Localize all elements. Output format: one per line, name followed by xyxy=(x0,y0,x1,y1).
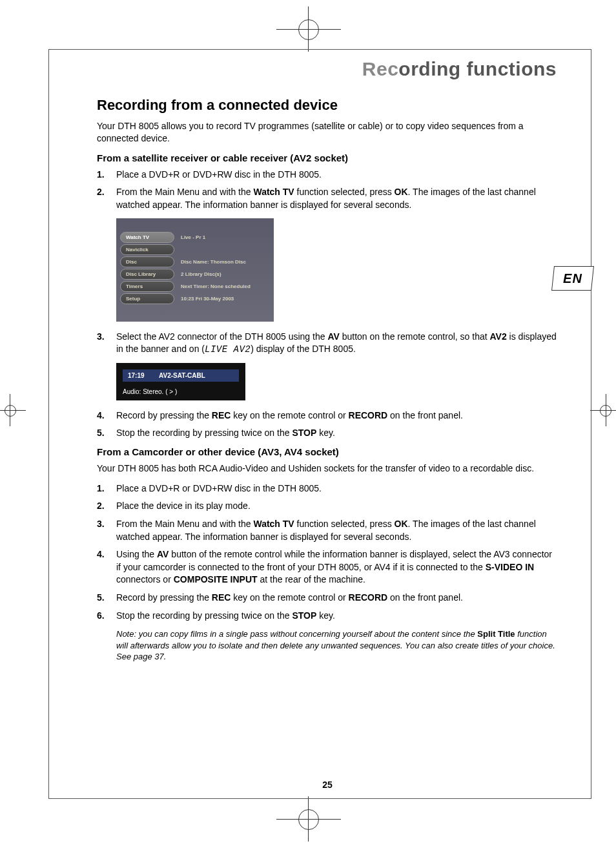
crop-mark-bottom xyxy=(296,807,320,831)
steps-list-1: Place a DVD+R or DVD+RW disc in the DTH … xyxy=(97,169,558,212)
page-title-faded: Rec xyxy=(362,58,399,79)
step-2-2: Place the device in its play mode. xyxy=(97,500,558,513)
step-1-2: From the Main Menu and with the Watch TV… xyxy=(97,186,558,211)
intro-paragraph: Your DTH 8005 allows you to record TV pr… xyxy=(97,120,558,145)
note-text: Note: you can copy films in a single pas… xyxy=(97,628,558,663)
banner-audio: Audio: Stereo. ( > ) xyxy=(123,387,239,397)
step-2-3: From the Main Menu and with the Watch TV… xyxy=(97,518,558,543)
steps-list-1c: Record by pressing the REC key on the re… xyxy=(97,409,558,440)
step-2-1: Place a DVD+R or DVD+RW disc in the DTH … xyxy=(97,482,558,495)
menu-screenshot: Watch TVLive - Pr 1 Naviclick DiscDisc N… xyxy=(116,218,274,322)
banner-time: 17:19 xyxy=(128,372,154,379)
menu-setup: Setup xyxy=(120,293,174,304)
steps-list-1b: Select the AV2 connector of the DTH 8005… xyxy=(97,331,558,357)
step-1-1: Place a DVD+R or DVD+RW disc in the DTH … xyxy=(97,169,558,181)
page-number: 25 xyxy=(97,780,558,790)
step-2-5: Record by pressing the REC key on the re… xyxy=(97,592,558,605)
step-1-4: Record by pressing the REC key on the re… xyxy=(97,409,558,422)
menu-timers: Timers xyxy=(120,281,174,292)
steps-list-2: Place a DVD+R or DVD+RW disc in the DTH … xyxy=(97,482,558,622)
section-heading: Recording from a connected device xyxy=(97,97,558,114)
step-1-3: Select the AV2 connector of the DTH 8005… xyxy=(97,331,558,357)
subheading-2: From a Camcorder or other device (AV3, A… xyxy=(97,446,558,457)
banner-channel: AV2-SAT-CABL xyxy=(154,372,205,379)
step-1-5: Stop the recording by pressing twice on … xyxy=(97,427,558,440)
subheading-1: From a satellite receiver or cable recei… xyxy=(97,152,558,163)
crop-mark-top xyxy=(296,17,320,41)
step-2-6: Stop the recording by pressing twice on … xyxy=(97,610,558,623)
menu-naviclick: Naviclick xyxy=(120,244,174,255)
intro-paragraph-2: Your DTH 8005 has both RCA Audio-Video a… xyxy=(97,462,558,475)
menu-disc-library: Disc Library xyxy=(120,269,174,280)
banner-screenshot: 17:19 AV2-SAT-CABL Audio: Stereo. ( > ) xyxy=(116,363,245,400)
page-title-bold: ording functions xyxy=(398,58,557,79)
language-tab: EN xyxy=(551,266,594,291)
step-2-4: Using the AV button of the remote contro… xyxy=(97,548,558,586)
menu-disc: Disc xyxy=(120,256,174,267)
page-header-title: Recording functions xyxy=(97,58,558,80)
menu-watch-tv: Watch TV xyxy=(120,232,174,243)
